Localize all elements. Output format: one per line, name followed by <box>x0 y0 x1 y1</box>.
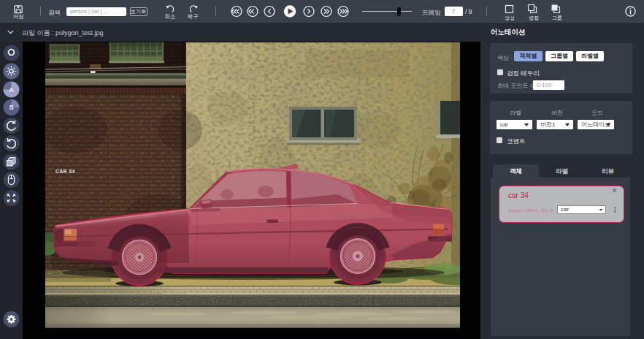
svg-text:A: A <box>9 86 14 94</box>
svg-text:CAR 34: CAR 34 <box>55 168 75 173</box>
svg-text:S: S <box>9 104 13 111</box>
